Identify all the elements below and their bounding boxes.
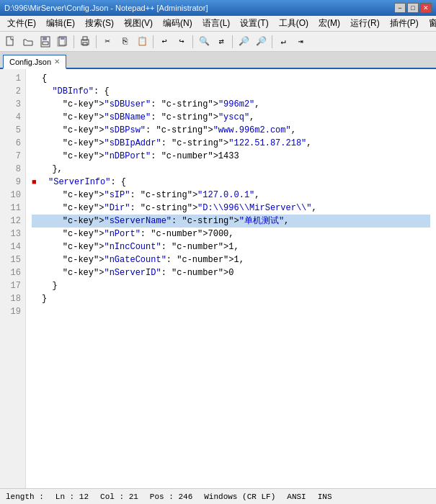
menu-tools[interactable]: 工具(O) (275, 17, 313, 30)
code-line-7: "c-key">"nDBPort": "c-number">1433 (32, 150, 430, 163)
toolbar-separator-5 (232, 35, 233, 48)
new-button[interactable] (3, 34, 19, 50)
tab-close-button[interactable]: ✕ (54, 58, 60, 66)
code-text: "c-key">"Dir": "c-string">"D:\\996\\MirS… (42, 202, 317, 215)
code-line-6: "c-key">"sDBIpAddr": "c-string">"122.51.… (32, 137, 430, 150)
paste-button[interactable]: 📋 (134, 34, 150, 50)
status-ins: INS (318, 492, 332, 501)
code-text: "c-key">"nPort": "c-number">7000, (42, 228, 234, 240)
code-line-11: "c-key">"Dir": "c-string">"D:\\996\\MirS… (32, 202, 430, 215)
status-charset: ANSI (287, 492, 306, 501)
menu-encoding[interactable]: 编码(N) (159, 17, 197, 30)
maximize-button[interactable]: □ (407, 3, 419, 13)
status-length: length : (6, 492, 44, 501)
code-text: "c-key">"nGateCount": "c-number">1, (42, 253, 244, 266)
redo-button[interactable]: ↪ (174, 34, 190, 50)
status-ln: Ln : 12 (55, 492, 89, 501)
replace-button[interactable]: ⇄ (213, 34, 229, 50)
code-line-14: "c-key">"nIncCount": "c-number">1, (32, 240, 430, 253)
zoom-out-button[interactable]: 🔎 (253, 34, 269, 50)
code-line-4: "c-key">"sDBName": "c-string">"yscq", (32, 111, 430, 124)
toolbar-separator-4 (192, 35, 193, 48)
menu-search[interactable]: 搜索(S) (81, 17, 118, 30)
menu-language[interactable]: 语言(L) (198, 17, 235, 30)
svg-rect-2 (43, 37, 47, 40)
status-bar: length : Ln : 12 Col : 21 Pos : 246 Wind… (0, 488, 436, 504)
menu-edit[interactable]: 编辑(E) (42, 17, 79, 30)
menu-settings[interactable]: 设置(T) (236, 17, 272, 30)
code-line-16: "c-key">"nServerID": "c-number">0 (32, 266, 430, 279)
code-text: } (42, 292, 47, 305)
cut-button[interactable]: ✂ (99, 34, 115, 50)
menu-bar: 文件(E) 编辑(E) 搜索(S) 视图(V) 编码(N) 语言(L) 设置(T… (0, 16, 436, 32)
window-title: D:\996\MirServer\Config.Json - Notepad++… (4, 4, 208, 12)
code-line-9: ■ "ServerInfo": { (32, 176, 430, 189)
undo-button[interactable]: ↩ (156, 34, 172, 50)
toolbar: ✂ ⎘ 📋 ↩ ↪ 🔍 ⇄ 🔎 🔎 ↵ ⇥ (0, 32, 436, 52)
title-bar: D:\996\MirServer\Config.Json - Notepad++… (0, 0, 436, 16)
save-all-button[interactable] (55, 34, 71, 50)
code-line-1: { (32, 72, 430, 85)
menu-macro[interactable]: 宏(M) (314, 17, 344, 30)
status-encoding: Windows (CR LF) (204, 492, 275, 501)
toolbar-separator-1 (74, 35, 74, 48)
code-text: "c-key">"nServerID": "c-number">0 (42, 266, 233, 279)
menu-window[interactable]: 窗口(W) (424, 17, 436, 30)
toolbar-separator-2 (96, 35, 97, 48)
code-text: { (42, 72, 47, 85)
code-line-19 (32, 305, 430, 318)
tab-bar: Config.Json ✕ (0, 52, 436, 69)
svg-rect-6 (61, 37, 64, 40)
code-text: "c-key">"nDBPort": "c-number">1433 (42, 150, 239, 163)
editor-content[interactable]: { "DBInfo": { "c-key">"sDBUser": "c-stri… (26, 69, 436, 488)
code-text: "c-key">"sDBPsw": "c-string">"www.996m2.… (42, 124, 296, 137)
menu-plugins[interactable]: 插件(P) (386, 17, 423, 30)
code-line-15: "c-key">"nGateCount": "c-number">1, (32, 253, 430, 266)
code-line-18: } (32, 292, 430, 305)
code-text: } (42, 279, 58, 292)
menu-run[interactable]: 运行(R) (346, 17, 384, 30)
tab-config-json[interactable]: Config.Json ✕ (3, 55, 66, 69)
window-controls: − □ ✕ (394, 3, 432, 13)
code-line-10: "c-key">"sIP": "c-string">"127.0.0.1", (32, 189, 430, 202)
code-line-5: "c-key">"sDBPsw": "c-string">"www.996m2.… (32, 124, 430, 137)
open-button[interactable] (20, 34, 36, 50)
code-line-8: }, (32, 163, 430, 176)
zoom-in-button[interactable]: 🔎 (236, 34, 252, 50)
code-text: "c-key">"sIP": "c-string">"127.0.0.1", (42, 189, 260, 202)
toolbar-separator-3 (153, 35, 154, 48)
code-text: "ServerInfo": { (38, 176, 126, 189)
status-col: Col : 21 (100, 492, 138, 501)
find-button[interactable]: 🔍 (196, 34, 212, 50)
code-line-12: "c-key">"sServerName": "c-string">"单机测试"… (32, 215, 430, 228)
code-text: "DBInfo": { (42, 85, 110, 98)
code-line-3: "c-key">"sDBUser": "c-string">"996m2", (32, 98, 430, 111)
code-text: }, (42, 163, 63, 176)
wrap-button[interactable]: ↵ (275, 34, 291, 50)
editor-container: 12345678910111213141516171819 { "DBInfo"… (0, 69, 436, 488)
tab-label: Config.Json (9, 58, 51, 66)
toolbar-separator-6 (272, 35, 272, 48)
bookmark-icon: ■ (32, 176, 37, 189)
line-numbers: 12345678910111213141516171819 (0, 69, 26, 488)
code-line-17: } (32, 279, 430, 292)
menu-view[interactable]: 视图(V) (120, 17, 157, 30)
svg-rect-3 (43, 42, 48, 45)
code-line-13: "c-key">"nPort": "c-number">7000, (32, 228, 430, 240)
status-pos: Pos : 246 (150, 492, 192, 501)
print-button[interactable] (77, 34, 93, 50)
code-text: "c-key">"sDBName": "c-string">"yscq", (42, 111, 254, 124)
close-button[interactable]: ✕ (420, 3, 432, 13)
menu-file[interactable]: 文件(E) (3, 17, 40, 30)
copy-button[interactable]: ⎘ (117, 34, 133, 50)
minimize-button[interactable]: − (394, 3, 406, 13)
indent-button[interactable]: ⇥ (293, 34, 308, 50)
code-text: "c-key">"sDBUser": "c-string">"996m2", (42, 98, 260, 111)
code-text: "c-key">"sServerName": "c-string">"单机测试"… (42, 215, 289, 228)
code-line-2: "DBInfo": { (32, 85, 430, 98)
code-text: "c-key">"sDBIpAddr": "c-string">"122.51.… (42, 137, 312, 150)
svg-rect-0 (6, 37, 13, 45)
code-text: "c-key">"nIncCount": "c-number">1, (42, 240, 239, 253)
save-button[interactable] (37, 34, 53, 50)
